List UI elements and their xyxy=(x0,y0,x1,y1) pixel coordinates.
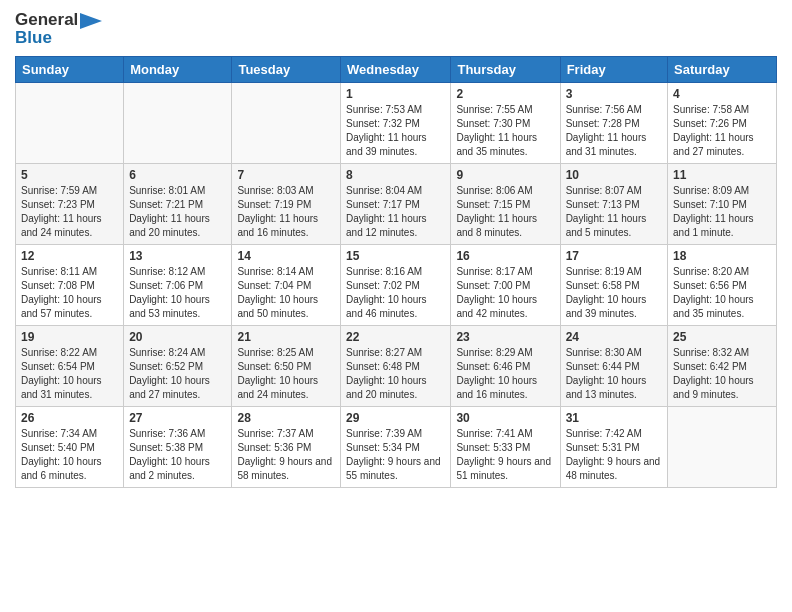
calendar-cell-w2-d1: 5Sunrise: 7:59 AMSunset: 7:23 PMDaylight… xyxy=(16,164,124,245)
calendar-cell-w2-d4: 8Sunrise: 8:04 AMSunset: 7:17 PMDaylight… xyxy=(341,164,451,245)
page: General Blue Sunday Monday Tuesday Wedne… xyxy=(0,0,792,612)
calendar-cell-w1-d4: 1Sunrise: 7:53 AMSunset: 7:32 PMDaylight… xyxy=(341,83,451,164)
calendar-cell-w3-d6: 17Sunrise: 8:19 AMSunset: 6:58 PMDayligh… xyxy=(560,245,667,326)
day-info: Sunrise: 8:17 AMSunset: 7:00 PMDaylight:… xyxy=(456,265,554,321)
day-number: 21 xyxy=(237,330,335,344)
header-wednesday: Wednesday xyxy=(341,57,451,83)
calendar-table: Sunday Monday Tuesday Wednesday Thursday… xyxy=(15,56,777,488)
day-info: Sunrise: 7:42 AMSunset: 5:31 PMDaylight:… xyxy=(566,427,662,483)
calendar-cell-w3-d7: 18Sunrise: 8:20 AMSunset: 6:56 PMDayligh… xyxy=(668,245,777,326)
calendar-cell-w4-d7: 25Sunrise: 8:32 AMSunset: 6:42 PMDayligh… xyxy=(668,326,777,407)
calendar-cell-w5-d5: 30Sunrise: 7:41 AMSunset: 5:33 PMDayligh… xyxy=(451,407,560,488)
day-info: Sunrise: 8:06 AMSunset: 7:15 PMDaylight:… xyxy=(456,184,554,240)
day-number: 2 xyxy=(456,87,554,101)
header-friday: Friday xyxy=(560,57,667,83)
day-info: Sunrise: 7:34 AMSunset: 5:40 PMDaylight:… xyxy=(21,427,118,483)
day-info: Sunrise: 7:37 AMSunset: 5:36 PMDaylight:… xyxy=(237,427,335,483)
calendar-cell-w1-d7: 4Sunrise: 7:58 AMSunset: 7:26 PMDaylight… xyxy=(668,83,777,164)
calendar-cell-w4-d4: 22Sunrise: 8:27 AMSunset: 6:48 PMDayligh… xyxy=(341,326,451,407)
day-info: Sunrise: 8:16 AMSunset: 7:02 PMDaylight:… xyxy=(346,265,445,321)
day-info: Sunrise: 7:59 AMSunset: 7:23 PMDaylight:… xyxy=(21,184,118,240)
day-info: Sunrise: 8:01 AMSunset: 7:21 PMDaylight:… xyxy=(129,184,226,240)
day-info: Sunrise: 7:39 AMSunset: 5:34 PMDaylight:… xyxy=(346,427,445,483)
day-number: 8 xyxy=(346,168,445,182)
day-info: Sunrise: 8:14 AMSunset: 7:04 PMDaylight:… xyxy=(237,265,335,321)
day-number: 4 xyxy=(673,87,771,101)
day-number: 14 xyxy=(237,249,335,263)
header-sunday: Sunday xyxy=(16,57,124,83)
day-info: Sunrise: 7:53 AMSunset: 7:32 PMDaylight:… xyxy=(346,103,445,159)
day-number: 26 xyxy=(21,411,118,425)
day-number: 10 xyxy=(566,168,662,182)
day-info: Sunrise: 8:30 AMSunset: 6:44 PMDaylight:… xyxy=(566,346,662,402)
day-number: 9 xyxy=(456,168,554,182)
header-tuesday: Tuesday xyxy=(232,57,341,83)
day-number: 25 xyxy=(673,330,771,344)
day-info: Sunrise: 7:55 AMSunset: 7:30 PMDaylight:… xyxy=(456,103,554,159)
calendar-cell-w1-d2 xyxy=(124,83,232,164)
calendar-cell-w3-d1: 12Sunrise: 8:11 AMSunset: 7:08 PMDayligh… xyxy=(16,245,124,326)
calendar-cell-w5-d4: 29Sunrise: 7:39 AMSunset: 5:34 PMDayligh… xyxy=(341,407,451,488)
calendar-cell-w3-d5: 16Sunrise: 8:17 AMSunset: 7:00 PMDayligh… xyxy=(451,245,560,326)
calendar-cell-w3-d4: 15Sunrise: 8:16 AMSunset: 7:02 PMDayligh… xyxy=(341,245,451,326)
logo-container: General Blue xyxy=(15,10,102,48)
day-number: 16 xyxy=(456,249,554,263)
day-number: 23 xyxy=(456,330,554,344)
calendar-week-4: 19Sunrise: 8:22 AMSunset: 6:54 PMDayligh… xyxy=(16,326,777,407)
calendar-cell-w4-d2: 20Sunrise: 8:24 AMSunset: 6:52 PMDayligh… xyxy=(124,326,232,407)
day-number: 15 xyxy=(346,249,445,263)
day-number: 24 xyxy=(566,330,662,344)
day-number: 22 xyxy=(346,330,445,344)
calendar-week-2: 5Sunrise: 7:59 AMSunset: 7:23 PMDaylight… xyxy=(16,164,777,245)
day-number: 11 xyxy=(673,168,771,182)
header-monday: Monday xyxy=(124,57,232,83)
day-number: 13 xyxy=(129,249,226,263)
day-info: Sunrise: 7:58 AMSunset: 7:26 PMDaylight:… xyxy=(673,103,771,159)
day-info: Sunrise: 8:19 AMSunset: 6:58 PMDaylight:… xyxy=(566,265,662,321)
calendar-cell-w5-d7 xyxy=(668,407,777,488)
logo-text-block: General Blue xyxy=(15,10,102,48)
day-number: 27 xyxy=(129,411,226,425)
header: General Blue xyxy=(15,10,777,48)
day-number: 3 xyxy=(566,87,662,101)
day-number: 28 xyxy=(237,411,335,425)
day-info: Sunrise: 8:27 AMSunset: 6:48 PMDaylight:… xyxy=(346,346,445,402)
day-info: Sunrise: 8:25 AMSunset: 6:50 PMDaylight:… xyxy=(237,346,335,402)
day-number: 5 xyxy=(21,168,118,182)
day-number: 20 xyxy=(129,330,226,344)
calendar-cell-w5-d1: 26Sunrise: 7:34 AMSunset: 5:40 PMDayligh… xyxy=(16,407,124,488)
day-info: Sunrise: 8:24 AMSunset: 6:52 PMDaylight:… xyxy=(129,346,226,402)
header-saturday: Saturday xyxy=(668,57,777,83)
day-info: Sunrise: 8:22 AMSunset: 6:54 PMDaylight:… xyxy=(21,346,118,402)
logo-general-text: General xyxy=(15,10,78,30)
day-info: Sunrise: 8:03 AMSunset: 7:19 PMDaylight:… xyxy=(237,184,335,240)
calendar-cell-w3-d3: 14Sunrise: 8:14 AMSunset: 7:04 PMDayligh… xyxy=(232,245,341,326)
calendar-cell-w4-d6: 24Sunrise: 8:30 AMSunset: 6:44 PMDayligh… xyxy=(560,326,667,407)
calendar-cell-w2-d6: 10Sunrise: 8:07 AMSunset: 7:13 PMDayligh… xyxy=(560,164,667,245)
day-info: Sunrise: 8:12 AMSunset: 7:06 PMDaylight:… xyxy=(129,265,226,321)
day-number: 1 xyxy=(346,87,445,101)
day-info: Sunrise: 7:41 AMSunset: 5:33 PMDaylight:… xyxy=(456,427,554,483)
day-info: Sunrise: 8:29 AMSunset: 6:46 PMDaylight:… xyxy=(456,346,554,402)
logo-blue-text: Blue xyxy=(15,28,102,48)
day-info: Sunrise: 7:56 AMSunset: 7:28 PMDaylight:… xyxy=(566,103,662,159)
calendar-header-row: Sunday Monday Tuesday Wednesday Thursday… xyxy=(16,57,777,83)
calendar-cell-w5-d3: 28Sunrise: 7:37 AMSunset: 5:36 PMDayligh… xyxy=(232,407,341,488)
calendar-cell-w4-d3: 21Sunrise: 8:25 AMSunset: 6:50 PMDayligh… xyxy=(232,326,341,407)
calendar-cell-w5-d6: 31Sunrise: 7:42 AMSunset: 5:31 PMDayligh… xyxy=(560,407,667,488)
day-number: 12 xyxy=(21,249,118,263)
calendar-cell-w2-d7: 11Sunrise: 8:09 AMSunset: 7:10 PMDayligh… xyxy=(668,164,777,245)
calendar-week-5: 26Sunrise: 7:34 AMSunset: 5:40 PMDayligh… xyxy=(16,407,777,488)
calendar-week-3: 12Sunrise: 8:11 AMSunset: 7:08 PMDayligh… xyxy=(16,245,777,326)
calendar-cell-w4-d1: 19Sunrise: 8:22 AMSunset: 6:54 PMDayligh… xyxy=(16,326,124,407)
day-info: Sunrise: 8:09 AMSunset: 7:10 PMDaylight:… xyxy=(673,184,771,240)
calendar-cell-w2-d3: 7Sunrise: 8:03 AMSunset: 7:19 PMDaylight… xyxy=(232,164,341,245)
day-number: 30 xyxy=(456,411,554,425)
day-info: Sunrise: 8:04 AMSunset: 7:17 PMDaylight:… xyxy=(346,184,445,240)
day-number: 7 xyxy=(237,168,335,182)
calendar-cell-w1-d6: 3Sunrise: 7:56 AMSunset: 7:28 PMDaylight… xyxy=(560,83,667,164)
day-number: 17 xyxy=(566,249,662,263)
logo: General Blue xyxy=(15,10,102,48)
day-number: 6 xyxy=(129,168,226,182)
calendar-cell-w1-d1 xyxy=(16,83,124,164)
